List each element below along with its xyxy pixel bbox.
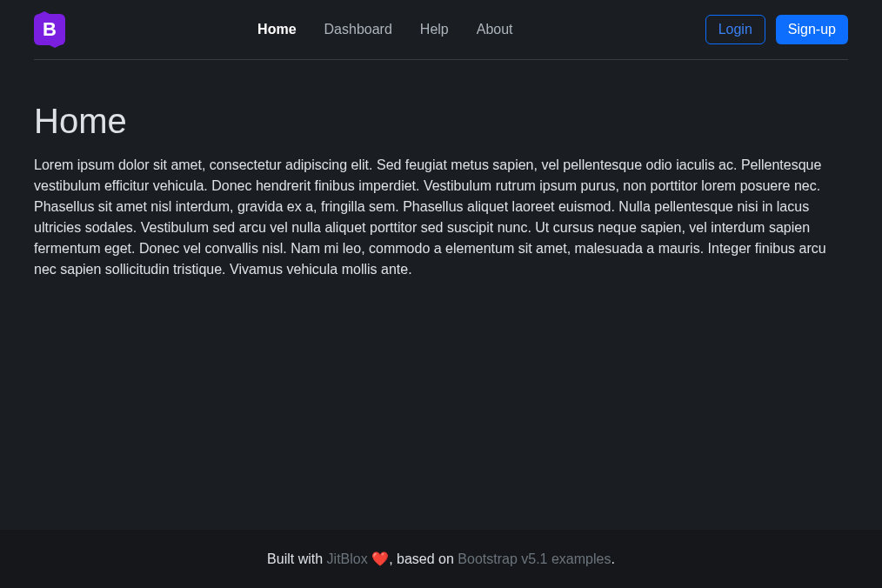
heart-icon: ❤️ <box>371 551 389 566</box>
footer-prefix: Built with <box>267 551 326 566</box>
footer-link-jitblox[interactable]: JitBlox <box>327 551 368 566</box>
main-nav: Home Dashboard Help About <box>257 22 512 37</box>
nav-dashboard[interactable]: Dashboard <box>324 22 392 37</box>
nav-about[interactable]: About <box>477 22 513 37</box>
footer-link-bootstrap[interactable]: Bootstrap v5.1 examples <box>458 551 611 566</box>
signup-button[interactable]: Sign-up <box>776 15 848 44</box>
login-button[interactable]: Login <box>705 15 765 44</box>
page-title: Home <box>34 102 848 141</box>
page-body: Lorem ipsum dolor sit amet, consectetur … <box>34 155 848 280</box>
footer: Built with JitBlox ❤️, based on Bootstra… <box>0 530 882 588</box>
nav-home[interactable]: Home <box>257 22 296 37</box>
auth-buttons: Login Sign-up <box>705 15 848 44</box>
logo-letter: B <box>43 18 57 41</box>
bootstrap-logo[interactable]: B <box>34 14 65 45</box>
footer-suffix: . <box>611 551 614 566</box>
nav-help[interactable]: Help <box>420 22 449 37</box>
footer-middle: , based on <box>389 551 458 566</box>
